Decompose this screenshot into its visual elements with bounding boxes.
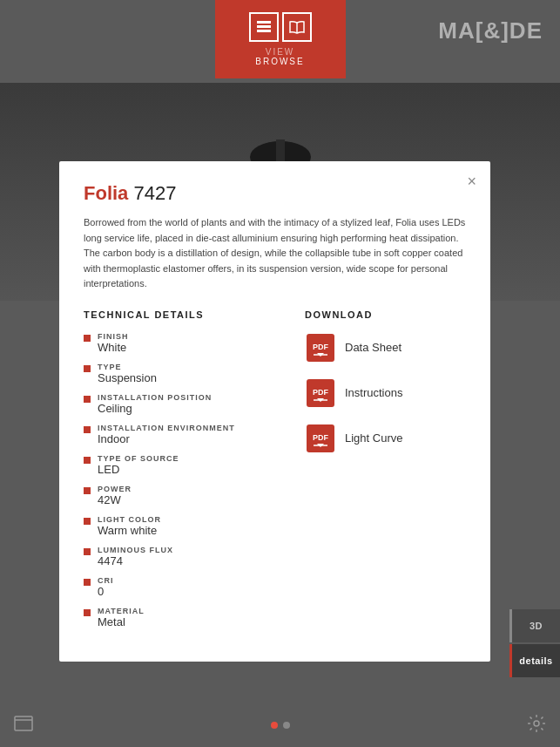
bullet-material — [84, 609, 91, 616]
bullet-power — [84, 487, 91, 494]
detail-type-of-source: TYPE OF SOURCE LED — [84, 454, 287, 476]
tab-details[interactable]: details — [509, 644, 560, 677]
download-header: DOWNLOAD — [305, 309, 466, 320]
detail-material: MATERIAL Metal — [84, 607, 287, 628]
label-installation-position: INSTALLATION POSITION — [98, 393, 212, 402]
download-lightcurve-label: Light Curve — [345, 431, 402, 445]
value-installation-environment: Indoor — [98, 432, 235, 445]
tab-3d[interactable]: 3D — [509, 609, 560, 642]
bullet-installation-environment — [84, 426, 91, 433]
bullet-cri — [84, 579, 91, 586]
detail-light-color: LIGHT COLOR Warm white — [84, 515, 287, 537]
technical-details-column: TECHNICAL DETAILS FINISH White TYPE Susp… — [84, 309, 287, 637]
modal-content-columns: TECHNICAL DETAILS FINISH White TYPE Susp… — [84, 309, 466, 637]
download-column: DOWNLOAD PDF Data Sheet PDF — [305, 309, 466, 637]
detail-cri: CRI 0 — [84, 576, 287, 598]
bullet-light-color — [84, 518, 91, 525]
label-finish: FINISH — [98, 332, 129, 341]
dot-1 — [271, 722, 278, 729]
modal-title: Folia 7427 — [84, 182, 466, 205]
download-instructions-label: Instructions — [345, 386, 402, 399]
svg-rect-0 — [257, 21, 271, 24]
bullet-type — [84, 365, 91, 372]
download-datasheet[interactable]: PDF Data Sheet — [305, 332, 466, 363]
pdf-icon-datasheet: PDF — [305, 332, 336, 363]
label-material: MATERIAL — [98, 607, 145, 615]
technical-details-header: TECHNICAL DETAILS — [84, 309, 287, 320]
label-light-color: LIGHT COLOR — [98, 515, 161, 524]
svg-text:PDF: PDF — [313, 388, 329, 397]
svg-rect-19 — [15, 716, 32, 730]
label-power: POWER — [98, 485, 132, 493]
detail-installation-position: INSTALLATION POSITION Ceiling — [84, 393, 287, 415]
right-tab-bar: 3D details — [509, 609, 560, 677]
logo-icon-book — [282, 12, 312, 42]
detail-type: TYPE Suspension — [84, 363, 287, 384]
value-light-color: Warm white — [98, 524, 161, 537]
label-cri: CRI — [98, 576, 114, 585]
download-instructions[interactable]: PDF Instructions — [305, 377, 466, 409]
bottom-navigation-bar — [0, 703, 560, 747]
pdf-icon-lightcurve: PDF — [305, 423, 336, 454]
close-button[interactable]: × — [467, 173, 476, 189]
tab-3d-label: 3D — [530, 621, 543, 631]
svg-rect-1 — [257, 25, 271, 28]
value-luminous-flux: 4474 — [98, 554, 173, 567]
product-number: 7427 — [133, 182, 176, 204]
value-type-of-source: LED — [98, 463, 179, 476]
label-type: TYPE — [98, 363, 157, 371]
detail-power: POWER 42W — [84, 485, 287, 506]
svg-text:PDF: PDF — [313, 433, 329, 442]
download-datasheet-label: Data Sheet — [345, 341, 401, 354]
value-power: 42W — [98, 493, 132, 506]
product-name: Folia — [84, 182, 128, 204]
pagination-dots — [271, 722, 290, 729]
svg-point-21 — [534, 721, 539, 726]
product-description: Borrowed from the world of plants and wi… — [84, 215, 466, 292]
bullet-finish — [84, 335, 91, 342]
value-type: Suspension — [98, 371, 157, 384]
logo-icon-list — [249, 12, 279, 42]
brand-logo: MA[&]DE — [438, 17, 543, 44]
svg-rect-2 — [257, 30, 271, 32]
label-type-of-source: TYPE OF SOURCE — [98, 454, 179, 463]
value-finish: White — [98, 341, 129, 354]
tab-details-label: details — [519, 655, 552, 666]
value-cri: 0 — [98, 585, 114, 598]
download-lightcurve[interactable]: PDF Light Curve — [305, 423, 466, 454]
label-luminous-flux: LUMINOUS FLUX — [98, 546, 173, 554]
dot-2 — [283, 722, 290, 729]
view-label: VIEW — [266, 47, 295, 57]
bullet-installation-position — [84, 396, 91, 403]
label-installation-environment: INSTALLATION ENVIRONMENT — [98, 424, 235, 432]
window-icon[interactable] — [14, 716, 33, 736]
product-detail-modal: × Folia 7427 Borrowed from the world of … — [59, 161, 490, 662]
logo-icons — [249, 12, 312, 42]
bullet-type-of-source — [84, 457, 91, 464]
bullet-luminous-flux — [84, 548, 91, 555]
logo-block[interactable]: VIEW BROWSE — [215, 0, 346, 78]
detail-luminous-flux: LUMINOUS FLUX 4474 — [84, 546, 287, 567]
detail-installation-environment: INSTALLATION ENVIRONMENT Indoor — [84, 424, 287, 445]
settings-icon[interactable] — [527, 714, 546, 737]
detail-finish: FINISH White — [84, 332, 287, 354]
value-material: Metal — [98, 615, 145, 628]
pdf-icon-instructions: PDF — [305, 377, 336, 409]
browse-label: BROWSE — [255, 57, 304, 66]
svg-text:PDF: PDF — [313, 343, 329, 351]
value-installation-position: Ceiling — [98, 402, 212, 415]
